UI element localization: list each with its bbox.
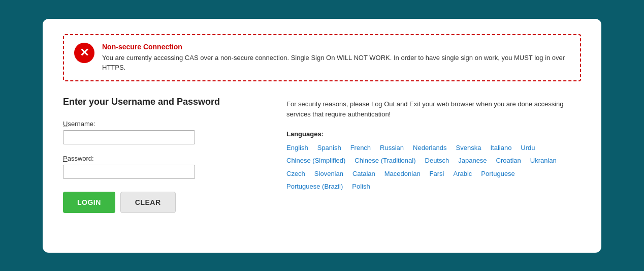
button-group: LOGIN CLEAR (63, 192, 256, 213)
username-label: Username: (63, 120, 256, 128)
error-icon: ✕ (74, 43, 94, 63)
lang-japanese[interactable]: Japanese (458, 155, 487, 166)
alert-box: ✕ Non-secure Connection You are currentl… (63, 34, 581, 81)
lang-arabic[interactable]: Arabic (454, 168, 472, 179)
lang-catalan[interactable]: Catalan (352, 168, 375, 179)
login-button[interactable]: LOGIN (63, 192, 115, 213)
main-card: ✕ Non-secure Connection You are currentl… (43, 19, 601, 253)
password-field-group: Password: (63, 155, 256, 179)
lang-croatian[interactable]: Croatian (496, 155, 521, 166)
lang-italiano[interactable]: Italiano (490, 142, 511, 154)
login-form: Enter your Username and Password Usernam… (63, 97, 256, 213)
username-field-group: Username: (63, 120, 256, 144)
security-message: For security reasons, please Log Out and… (286, 99, 581, 121)
languages-grid: English Spanish French Russian Nederland… (286, 142, 581, 193)
alert-title: Non-secure Connection (102, 43, 570, 51)
form-heading: Enter your Username and Password (63, 97, 256, 107)
username-input[interactable] (63, 130, 195, 144)
lang-russian[interactable]: Russian (380, 142, 404, 154)
lang-chinese-simplified[interactable]: Chinese (Simplified) (286, 155, 345, 166)
lang-slovenian[interactable]: Slovenian (314, 168, 343, 179)
lang-urdu[interactable]: Urdu (521, 142, 535, 154)
lang-nederlands[interactable]: Nederlands (413, 142, 447, 154)
password-label: Password: (63, 155, 256, 162)
lang-portuguese-brazil[interactable]: Portuguese (Brazil) (286, 180, 343, 192)
lang-deutsch[interactable]: Deutsch (425, 155, 449, 166)
lang-spanish[interactable]: Spanish (317, 142, 341, 154)
lang-row-1: English Spanish French Russian Nederland… (286, 142, 581, 154)
alert-message: You are currently accessing CAS over a n… (102, 53, 570, 73)
lang-czech[interactable]: Czech (286, 168, 305, 179)
form-section: Enter your Username and Password Usernam… (63, 97, 581, 213)
alert-content: Non-secure Connection You are currently … (102, 43, 570, 73)
lang-polish[interactable]: Polish (352, 180, 370, 192)
password-input[interactable] (63, 165, 195, 179)
lang-row-2: Chinese (Simplified) Chinese (Traditiona… (286, 155, 581, 166)
lang-row-4: Portuguese (Brazil) Polish (286, 180, 581, 192)
right-panel: For security reasons, please Log Out and… (286, 97, 581, 213)
lang-macedonian[interactable]: Macedonian (384, 168, 421, 179)
lang-chinese-traditional[interactable]: Chinese (Traditional) (355, 155, 415, 166)
lang-english[interactable]: English (286, 142, 308, 154)
lang-svenska[interactable]: Svenska (456, 142, 481, 154)
languages-title: Languages: (286, 130, 581, 138)
lang-row-3: Czech Slovenian Catalan Macedonian Farsi… (286, 168, 581, 179)
lang-ukranian[interactable]: Ukranian (530, 155, 557, 166)
clear-button[interactable]: CLEAR (120, 192, 176, 213)
lang-farsi[interactable]: Farsi (430, 168, 444, 179)
lang-portuguese[interactable]: Portuguese (481, 168, 515, 179)
lang-french[interactable]: French (350, 142, 371, 154)
